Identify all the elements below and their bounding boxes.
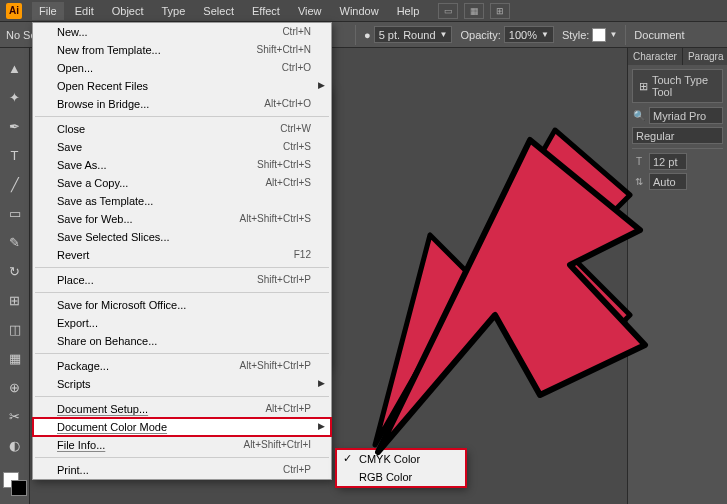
leading-field[interactable]: Auto (649, 173, 687, 190)
menu-item-open-recent-files[interactable]: Open Recent Files▶ (33, 77, 331, 95)
stroke-profile[interactable]: 5 pt. Round ▼ (374, 26, 453, 43)
menu-file[interactable]: File (32, 2, 64, 20)
width-tool[interactable]: ⊞ (5, 290, 25, 310)
menu-view[interactable]: View (291, 2, 329, 20)
paragraph-tab[interactable]: Paragra (683, 48, 727, 65)
menu-item-file-info[interactable]: File Info...Alt+Shift+Ctrl+I (33, 436, 331, 454)
font-size-field[interactable]: 12 pt (649, 153, 687, 170)
menu-item-revert[interactable]: RevertF12 (33, 246, 331, 264)
menu-edit[interactable]: Edit (68, 2, 101, 20)
menu-item-document-setup[interactable]: Document Setup...Alt+Ctrl+P (33, 400, 331, 418)
menu-item-package[interactable]: Package...Alt+Shift+Ctrl+P (33, 357, 331, 375)
bullet-icon: ● (364, 29, 371, 41)
leading-icon: ⇅ (632, 175, 646, 189)
menu-effect[interactable]: Effect (245, 2, 287, 20)
shape-builder-tool[interactable]: ◫ (5, 319, 25, 339)
blend-tool[interactable]: ◐ (5, 435, 25, 455)
character-tab[interactable]: Character (628, 48, 683, 65)
menu-item-save-as[interactable]: Save As...Shift+Ctrl+S (33, 156, 331, 174)
line-tool[interactable]: ╱ (5, 174, 25, 194)
menu-item-place[interactable]: Place...Shift+Ctrl+P (33, 271, 331, 289)
menu-type[interactable]: Type (155, 2, 193, 20)
menu-item-document-color-mode[interactable]: Document Color Mode▶ (33, 418, 331, 436)
opacity-field[interactable]: 100% ▼ (504, 26, 554, 43)
menu-item-save-for-web[interactable]: Save for Web...Alt+Shift+Ctrl+S (33, 210, 331, 228)
style-swatch[interactable] (592, 28, 606, 42)
submenu-item-cmyk-color[interactable]: ✓CMYK Color (337, 450, 465, 468)
opacity-label: Opacity: (460, 29, 500, 41)
menu-item-print[interactable]: Print...Ctrl+P (33, 461, 331, 479)
perspective-tool[interactable]: ▦ (5, 348, 25, 368)
stroke-swatch[interactable] (11, 480, 27, 496)
pen-tool[interactable]: ✒ (5, 116, 25, 136)
touch-icon: ⊞ (639, 80, 648, 93)
menu-item-export[interactable]: Export... (33, 314, 331, 332)
menu-item-share-on-behance[interactable]: Share on Behance... (33, 332, 331, 350)
menu-item-save-for-microsoft-office[interactable]: Save for Microsoft Office... (33, 296, 331, 314)
menu-help[interactable]: Help (390, 2, 427, 20)
font-family-field[interactable]: Myriad Pro (649, 107, 723, 124)
menubar: File Edit Object Type Select Effect View… (32, 2, 426, 20)
file-menu-dropdown: New...Ctrl+NNew from Template...Shift+Ct… (32, 22, 332, 480)
type-tool[interactable]: T (5, 145, 25, 165)
menu-item-scripts[interactable]: Scripts▶ (33, 375, 331, 393)
menu-item-save-as-template[interactable]: Save as Template... (33, 192, 331, 210)
rectangle-tool[interactable]: ▭ (5, 203, 25, 223)
arrange-icon[interactable]: ⊞ (490, 3, 510, 19)
menu-item-save-selected-slices[interactable]: Save Selected Slices... (33, 228, 331, 246)
menu-item-close[interactable]: CloseCtrl+W (33, 120, 331, 138)
paintbrush-tool[interactable]: ✎ (5, 232, 25, 252)
app-logo: Ai (6, 3, 22, 19)
menu-item-new[interactable]: New...Ctrl+N (33, 23, 331, 41)
artboard-icon[interactable]: ▦ (464, 3, 484, 19)
font-size-icon: T (632, 155, 646, 169)
search-icon[interactable]: 🔍 (632, 109, 646, 123)
mesh-tool[interactable]: ⊕ (5, 377, 25, 397)
magic-wand-tool[interactable]: ✦ (5, 87, 25, 107)
eyedropper-tool[interactable]: ✂ (5, 406, 25, 426)
submenu-item-rgb-color[interactable]: RGB Color (337, 468, 465, 486)
selection-tool[interactable]: ▲ (5, 58, 25, 78)
menu-window[interactable]: Window (333, 2, 386, 20)
rotate-tool[interactable]: ↻ (5, 261, 25, 281)
menu-item-new-from-template[interactable]: New from Template...Shift+Ctrl+N (33, 41, 331, 59)
menu-item-open[interactable]: Open...Ctrl+O (33, 59, 331, 77)
color-swatches[interactable] (3, 472, 27, 496)
menu-object[interactable]: Object (105, 2, 151, 20)
touch-type-button[interactable]: ⊞ Touch Type Tool (632, 69, 723, 103)
style-label: Style: (562, 29, 590, 41)
menu-item-save-a-copy[interactable]: Save a Copy...Alt+Ctrl+S (33, 174, 331, 192)
menu-item-browse-in-bridge[interactable]: Browse in Bridge...Alt+Ctrl+O (33, 95, 331, 113)
font-style-field[interactable]: Regular (632, 127, 723, 144)
menu-select[interactable]: Select (196, 2, 241, 20)
menu-item-save[interactable]: SaveCtrl+S (33, 138, 331, 156)
layout-icon[interactable]: ▭ (438, 3, 458, 19)
document-setup-button[interactable]: Document (634, 29, 684, 41)
color-mode-submenu: ✓CMYK ColorRGB Color (336, 449, 466, 487)
tools-panel: ▲ ✦ ✒ T ╱ ▭ ✎ ↻ ⊞ ◫ ▦ ⊕ ✂ ◐ (0, 48, 30, 504)
